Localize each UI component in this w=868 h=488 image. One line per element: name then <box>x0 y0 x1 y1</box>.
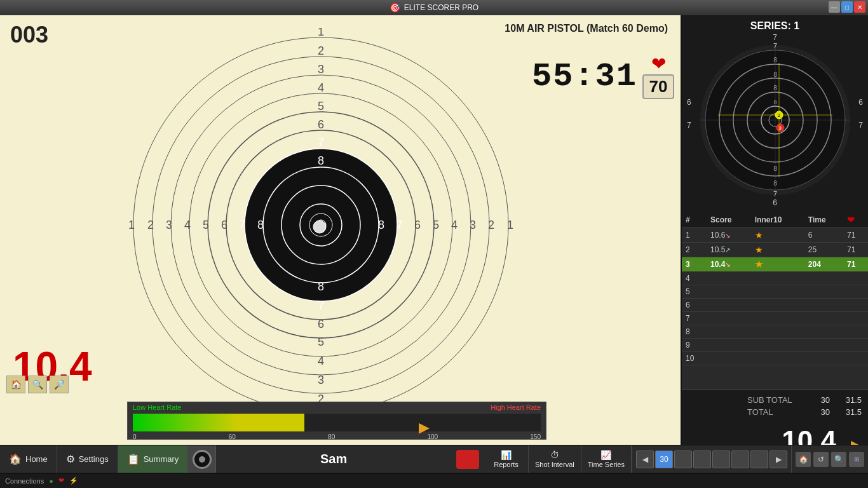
score-arrow: ↗ <box>725 247 730 254</box>
svg-text:2: 2 <box>487 219 494 231</box>
status-icons: ⚡ <box>69 477 78 485</box>
stop-button[interactable] <box>456 450 479 469</box>
svg-text:6: 6 <box>414 219 420 231</box>
total-shots: 30 <box>811 407 830 417</box>
svg-text:7: 7 <box>317 136 323 149</box>
zoom-in-btn[interactable]: 🔍 <box>28 376 47 393</box>
svg-text:6: 6 <box>220 219 227 231</box>
series-nav: ◀ 30 ▶ <box>632 445 791 473</box>
svg-text:2: 2 <box>317 44 323 57</box>
series-next-btn[interactable]: ▶ <box>770 451 787 468</box>
svg-text:2: 2 <box>147 219 153 231</box>
svg-text:3: 3 <box>165 219 172 231</box>
svg-point-14 <box>313 220 326 233</box>
maximize-button[interactable]: □ <box>841 1 853 13</box>
series-current-btn[interactable]: 30 <box>655 451 673 468</box>
svg-text:8: 8 <box>773 165 777 172</box>
row-heart: 71 <box>843 243 868 257</box>
table-row: 2 10.5↗ ★ 25 71 <box>682 243 868 257</box>
home-icon: 🏠 <box>9 453 22 465</box>
col-score: Score <box>707 212 751 228</box>
connections-bar: Connections ● ❤ ⚡ <box>0 473 868 488</box>
summary-button[interactable]: 📋 Summary <box>118 445 189 473</box>
home-button[interactable]: 🏠 Home <box>0 445 57 473</box>
svg-text:4: 4 <box>317 81 323 94</box>
heart-score: ❤ 70 <box>642 53 674 99</box>
series-btn-5[interactable] <box>731 451 749 468</box>
sub-total-row: SUB TOTAL 30 31.5 <box>688 394 862 406</box>
right-ring-labels: 6 7 <box>858 98 863 130</box>
zoom-btn[interactable]: 🔍 <box>831 452 846 467</box>
scale-80: 80 <box>328 433 335 440</box>
table-row: 6 <box>682 299 868 312</box>
svg-text:8: 8 <box>317 280 323 293</box>
right-panel: SERIES: 1 6 7 6 7 <box>681 15 868 460</box>
row-heart <box>843 312 868 325</box>
row-inner10: ★ <box>751 257 804 272</box>
home-icon-btn[interactable]: 🏠 <box>6 376 25 393</box>
heartrate-bar-bg <box>133 414 541 431</box>
total-score: 31.5 <box>843 407 862 417</box>
row-num: 3 <box>682 257 707 272</box>
row-num: 7 <box>682 312 707 325</box>
svg-text:5: 5 <box>317 336 323 348</box>
close-button[interactable]: ✕ <box>854 1 865 13</box>
app-title-text: ELITE SCORER PRO <box>404 3 478 12</box>
series-btn-4[interactable] <box>712 451 730 468</box>
series-prev-btn[interactable]: ◀ <box>636 451 654 468</box>
table-row: 5 <box>682 285 868 299</box>
time-series-button[interactable]: 📈 Time Series <box>581 445 632 473</box>
connection-icon: ● <box>49 477 53 485</box>
row-num: 2 <box>682 243 707 257</box>
summary-label: Summary <box>144 454 179 464</box>
target-svg-container: 1 2 3 4 5 6 7 8 1 2 3 4 5 6 7 8 1 2 <box>124 28 518 422</box>
settings-button[interactable]: ⚙ Settings <box>57 445 118 473</box>
row-score <box>707 339 751 352</box>
scale-150: 150 <box>530 433 541 440</box>
sub-total-label: SUB TOTAL <box>747 395 798 405</box>
target-icon-btn[interactable] <box>188 445 216 473</box>
inner10-star: ★ <box>755 230 763 240</box>
config-btn[interactable]: ⊞ <box>849 452 864 467</box>
reports-button[interactable]: 📊 Reports <box>484 445 529 473</box>
svg-text:4: 4 <box>317 355 323 367</box>
row-inner10 <box>751 272 804 285</box>
home-label: Home <box>25 454 48 464</box>
series-btn-3[interactable] <box>693 451 711 468</box>
svg-text:5: 5 <box>432 219 438 231</box>
scale-60: 60 <box>229 433 236 440</box>
shot-interval-button[interactable]: ⏱ Shot Interval <box>529 445 581 473</box>
svg-text:8: 8 <box>317 154 323 167</box>
left-ring-labels: 6 7 <box>687 98 691 130</box>
row-num: 5 <box>682 285 707 299</box>
row-score <box>707 325 751 339</box>
zoom-out-btn[interactable]: 🔎 <box>50 376 69 393</box>
competitor-number: 003 <box>10 22 48 48</box>
svg-text:8: 8 <box>377 219 384 231</box>
row-num: 10 <box>682 352 707 365</box>
window-controls: — □ ✕ <box>829 1 865 13</box>
total-score: 70 <box>642 74 674 99</box>
col-num: # <box>682 212 707 228</box>
row-num: 9 <box>682 339 707 352</box>
timer-area: 55:31 ❤ 70 <box>532 53 674 99</box>
total-row: TOTAL 30 31.5 <box>688 406 862 418</box>
table-row: 3 10.4↘ ★ 204 71 <box>682 257 868 272</box>
row-score <box>707 352 751 365</box>
mini-target-svg: 8 8 8 8 8 8 7 7 2 3 <box>699 37 851 203</box>
row-num: 1 <box>682 228 707 243</box>
home-small-btn[interactable]: 🏠 <box>796 452 811 467</box>
reports-icon: 📊 <box>501 450 512 460</box>
bottom-right-icons: 🏠 ↺ 🔍 ⊞ <box>791 445 868 473</box>
series-btn-2[interactable] <box>674 451 692 468</box>
row-time <box>804 312 843 325</box>
sub-total-shots: 30 <box>811 395 830 405</box>
refresh-btn[interactable]: ↺ <box>813 452 829 467</box>
score-arrow: ↘ <box>725 232 730 239</box>
svg-text:1: 1 <box>128 219 134 231</box>
high-heart-rate-label: High Heart Rate <box>491 403 541 411</box>
heart-icon-status: ❤ <box>58 477 64 485</box>
minimize-button[interactable]: — <box>829 1 840 13</box>
svg-text:8: 8 <box>773 85 777 92</box>
series-btn-6[interactable] <box>750 451 768 468</box>
